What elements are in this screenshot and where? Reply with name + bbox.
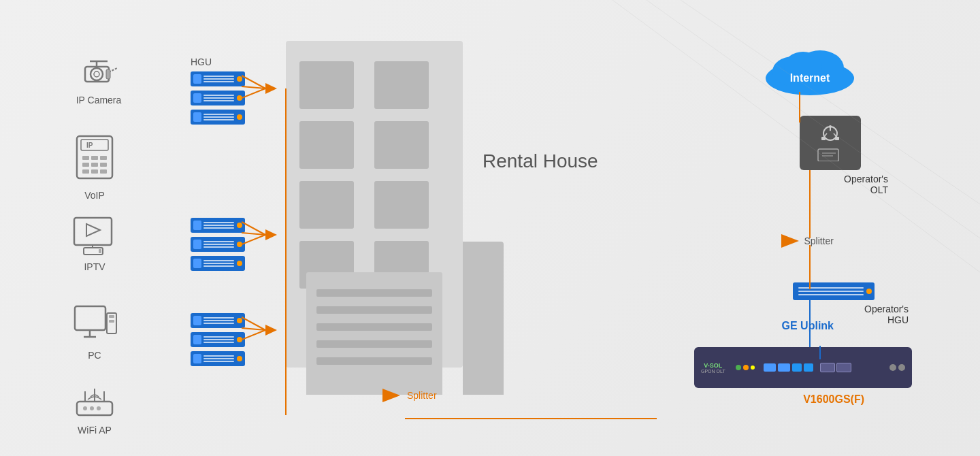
svg-rect-63 xyxy=(835,137,839,140)
svg-marker-20 xyxy=(86,224,100,236)
v1600-device: V-SOL GPON OLT xyxy=(694,347,912,388)
building-wing xyxy=(463,242,504,395)
hgu-box-5 xyxy=(191,237,245,252)
svg-rect-19 xyxy=(74,218,112,245)
device-voip: IP VoIP xyxy=(71,133,118,201)
svg-marker-48 xyxy=(265,325,277,336)
window xyxy=(374,61,429,109)
operators-hgu: Operator'sHGU xyxy=(793,282,875,325)
entrance-lines xyxy=(306,272,442,365)
building xyxy=(286,41,504,422)
hgu-box-8 xyxy=(191,332,245,347)
v1600-label: V1600GS(F) xyxy=(803,393,864,406)
svg-rect-18 xyxy=(100,169,107,174)
hgu-label: HGU xyxy=(191,56,212,67)
svg-line-38 xyxy=(242,86,265,88)
hgu-box-7 xyxy=(191,313,245,328)
hgu-box-4 xyxy=(191,218,245,233)
svg-rect-23 xyxy=(99,249,101,253)
svg-text:Internet: Internet xyxy=(790,72,830,84)
svg-marker-44 xyxy=(265,229,277,240)
svg-rect-0 xyxy=(85,67,109,82)
svg-line-37 xyxy=(242,76,265,88)
svg-rect-62 xyxy=(821,137,826,140)
hgu-group-2 xyxy=(191,218,245,275)
hgu-box-9 xyxy=(191,351,245,366)
hgu-box-6 xyxy=(191,256,245,271)
olt-screen-icon xyxy=(817,148,844,161)
svg-rect-29 xyxy=(109,320,114,323)
svg-point-34 xyxy=(83,406,87,410)
building-entrance xyxy=(306,272,442,395)
svg-rect-17 xyxy=(91,169,98,174)
connection-lines-1 xyxy=(242,68,282,123)
right-splitter-icon xyxy=(780,231,800,250)
connection-lines-3 xyxy=(242,310,282,364)
pc-icon xyxy=(71,303,118,347)
svg-rect-14 xyxy=(91,163,98,167)
window-grid xyxy=(299,61,429,289)
svg-marker-40 xyxy=(265,83,277,94)
diagram-container: Rental House IP Camera IP xyxy=(0,0,980,456)
bottom-splitter-icon xyxy=(381,386,402,405)
cloud-icon: Internet xyxy=(762,41,858,95)
svg-text:IP: IP xyxy=(86,142,93,149)
wifi-ap-label: WiFi AP xyxy=(71,425,118,436)
svg-line-43 xyxy=(242,235,265,244)
hgu-lines xyxy=(203,114,234,120)
bottom-splitter: Splitter xyxy=(381,386,437,405)
operators-olt-label: Operator'sOLT xyxy=(800,174,888,195)
rental-house-label: Rental House xyxy=(483,150,598,172)
svg-rect-24 xyxy=(75,306,105,330)
iptv-icon xyxy=(71,214,118,259)
window xyxy=(299,181,354,229)
hgu-group-1: HGU xyxy=(191,71,245,129)
pc-label: PC xyxy=(71,350,118,361)
svg-rect-13 xyxy=(82,163,89,167)
bottom-splitter-label: Splitter xyxy=(407,390,437,401)
svg-point-35 xyxy=(90,406,94,410)
svg-line-45 xyxy=(242,317,265,330)
svg-line-47 xyxy=(242,330,265,340)
hgu-box-2 xyxy=(191,91,245,105)
voip-icon: IP xyxy=(71,133,118,187)
hgu-dot xyxy=(237,76,242,82)
svg-point-1 xyxy=(91,68,103,80)
svg-line-42 xyxy=(242,233,265,235)
svg-rect-30 xyxy=(77,402,112,415)
iptv-label: IPTV xyxy=(71,261,118,272)
hgu-dot xyxy=(237,114,242,120)
hgu-box-3 xyxy=(191,110,245,125)
hgu-dot xyxy=(237,95,242,101)
window xyxy=(299,61,354,109)
olt-icon xyxy=(813,125,847,142)
hgu-group-3 xyxy=(191,313,245,370)
voip-label: VoIP xyxy=(71,190,118,201)
window xyxy=(374,121,429,169)
svg-rect-28 xyxy=(109,315,114,318)
svg-point-36 xyxy=(97,406,101,410)
svg-rect-8 xyxy=(81,140,108,150)
device-iptv: IPTV xyxy=(71,214,118,272)
device-pc: PC xyxy=(71,303,118,361)
svg-rect-64 xyxy=(818,149,838,161)
svg-rect-10 xyxy=(82,156,89,160)
svg-line-39 xyxy=(242,88,265,98)
svg-rect-15 xyxy=(100,163,107,167)
svg-point-2 xyxy=(94,71,99,77)
right-splitter-label: Splitter xyxy=(804,235,834,246)
connection-lines-2 xyxy=(242,214,282,269)
device-ip-camera: IP Camera xyxy=(75,54,122,105)
window xyxy=(299,121,354,169)
svg-line-46 xyxy=(242,328,265,330)
olt-device-box xyxy=(800,116,861,170)
svg-marker-50 xyxy=(382,389,400,402)
svg-rect-12 xyxy=(100,156,107,160)
hgu-box-1 xyxy=(191,71,245,86)
hgu-right-device-box xyxy=(793,282,875,300)
svg-rect-11 xyxy=(91,156,98,160)
right-splitter: Splitter xyxy=(780,231,834,250)
ip-camera-label: IP Camera xyxy=(75,95,122,105)
device-wifi-ap: WiFi AP xyxy=(71,385,118,436)
svg-point-59 xyxy=(829,125,832,128)
